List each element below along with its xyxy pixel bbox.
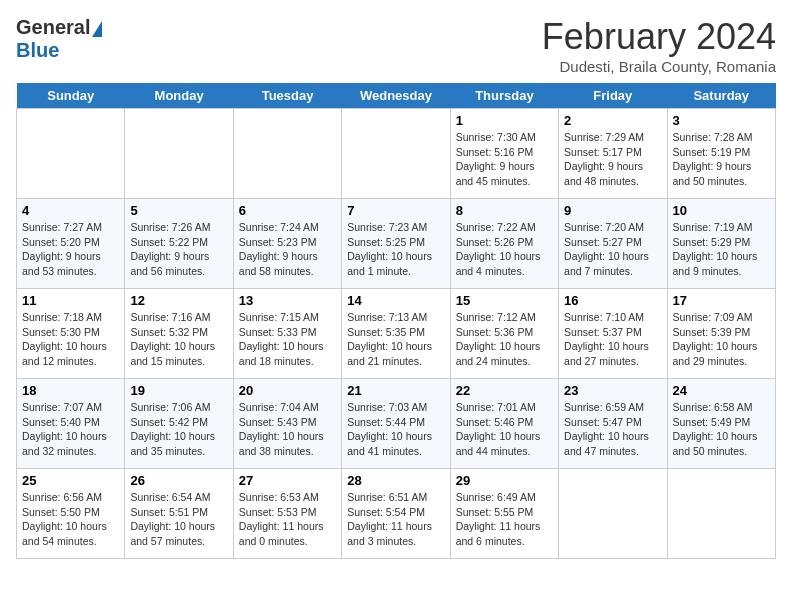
calendar-cell: 22Sunrise: 7:01 AM Sunset: 5:46 PM Dayli… xyxy=(450,379,558,469)
day-info: Sunrise: 6:56 AM Sunset: 5:50 PM Dayligh… xyxy=(22,490,119,549)
calendar-cell xyxy=(667,469,775,559)
day-header-wednesday: Wednesday xyxy=(342,83,450,109)
day-info: Sunrise: 7:23 AM Sunset: 5:25 PM Dayligh… xyxy=(347,220,444,279)
calendar-cell: 25Sunrise: 6:56 AM Sunset: 5:50 PM Dayli… xyxy=(17,469,125,559)
day-number: 20 xyxy=(239,383,336,398)
calendar-cell xyxy=(342,109,450,199)
day-header-sunday: Sunday xyxy=(17,83,125,109)
day-info: Sunrise: 7:22 AM Sunset: 5:26 PM Dayligh… xyxy=(456,220,553,279)
day-info: Sunrise: 7:20 AM Sunset: 5:27 PM Dayligh… xyxy=(564,220,661,279)
day-number: 25 xyxy=(22,473,119,488)
calendar-table: SundayMondayTuesdayWednesdayThursdayFrid… xyxy=(16,83,776,559)
day-info: Sunrise: 7:16 AM Sunset: 5:32 PM Dayligh… xyxy=(130,310,227,369)
day-number: 22 xyxy=(456,383,553,398)
calendar-cell xyxy=(233,109,341,199)
day-info: Sunrise: 7:13 AM Sunset: 5:35 PM Dayligh… xyxy=(347,310,444,369)
day-info: Sunrise: 7:19 AM Sunset: 5:29 PM Dayligh… xyxy=(673,220,770,279)
calendar-cell: 3Sunrise: 7:28 AM Sunset: 5:19 PM Daylig… xyxy=(667,109,775,199)
calendar-cell: 11Sunrise: 7:18 AM Sunset: 5:30 PM Dayli… xyxy=(17,289,125,379)
day-number: 11 xyxy=(22,293,119,308)
day-header-monday: Monday xyxy=(125,83,233,109)
week-row-5: 25Sunrise: 6:56 AM Sunset: 5:50 PM Dayli… xyxy=(17,469,776,559)
calendar-cell: 5Sunrise: 7:26 AM Sunset: 5:22 PM Daylig… xyxy=(125,199,233,289)
day-info: Sunrise: 7:12 AM Sunset: 5:36 PM Dayligh… xyxy=(456,310,553,369)
calendar-cell: 8Sunrise: 7:22 AM Sunset: 5:26 PM Daylig… xyxy=(450,199,558,289)
day-info: Sunrise: 6:58 AM Sunset: 5:49 PM Dayligh… xyxy=(673,400,770,459)
calendar-cell: 19Sunrise: 7:06 AM Sunset: 5:42 PM Dayli… xyxy=(125,379,233,469)
day-number: 14 xyxy=(347,293,444,308)
header-row: SundayMondayTuesdayWednesdayThursdayFrid… xyxy=(17,83,776,109)
calendar-cell xyxy=(17,109,125,199)
day-number: 19 xyxy=(130,383,227,398)
day-number: 13 xyxy=(239,293,336,308)
day-number: 1 xyxy=(456,113,553,128)
page-header: General Blue February 2024 Dudesti, Brai… xyxy=(16,16,776,75)
week-row-4: 18Sunrise: 7:07 AM Sunset: 5:40 PM Dayli… xyxy=(17,379,776,469)
day-info: Sunrise: 7:18 AM Sunset: 5:30 PM Dayligh… xyxy=(22,310,119,369)
day-number: 5 xyxy=(130,203,227,218)
logo-general-text: General xyxy=(16,16,90,39)
calendar-cell: 2Sunrise: 7:29 AM Sunset: 5:17 PM Daylig… xyxy=(559,109,667,199)
calendar-cell: 14Sunrise: 7:13 AM Sunset: 5:35 PM Dayli… xyxy=(342,289,450,379)
calendar-cell xyxy=(559,469,667,559)
day-number: 16 xyxy=(564,293,661,308)
day-number: 29 xyxy=(456,473,553,488)
day-info: Sunrise: 7:09 AM Sunset: 5:39 PM Dayligh… xyxy=(673,310,770,369)
calendar-cell: 16Sunrise: 7:10 AM Sunset: 5:37 PM Dayli… xyxy=(559,289,667,379)
day-info: Sunrise: 7:07 AM Sunset: 5:40 PM Dayligh… xyxy=(22,400,119,459)
day-info: Sunrise: 6:54 AM Sunset: 5:51 PM Dayligh… xyxy=(130,490,227,549)
day-number: 3 xyxy=(673,113,770,128)
day-number: 2 xyxy=(564,113,661,128)
day-info: Sunrise: 7:26 AM Sunset: 5:22 PM Dayligh… xyxy=(130,220,227,279)
logo-triangle-icon xyxy=(92,21,102,37)
logo: General Blue xyxy=(16,16,102,62)
day-info: Sunrise: 7:15 AM Sunset: 5:33 PM Dayligh… xyxy=(239,310,336,369)
day-info: Sunrise: 7:06 AM Sunset: 5:42 PM Dayligh… xyxy=(130,400,227,459)
day-header-thursday: Thursday xyxy=(450,83,558,109)
day-info: Sunrise: 6:49 AM Sunset: 5:55 PM Dayligh… xyxy=(456,490,553,549)
day-number: 21 xyxy=(347,383,444,398)
day-info: Sunrise: 7:04 AM Sunset: 5:43 PM Dayligh… xyxy=(239,400,336,459)
week-row-1: 1Sunrise: 7:30 AM Sunset: 5:16 PM Daylig… xyxy=(17,109,776,199)
calendar-cell: 7Sunrise: 7:23 AM Sunset: 5:25 PM Daylig… xyxy=(342,199,450,289)
calendar-cell: 18Sunrise: 7:07 AM Sunset: 5:40 PM Dayli… xyxy=(17,379,125,469)
calendar-cell: 20Sunrise: 7:04 AM Sunset: 5:43 PM Dayli… xyxy=(233,379,341,469)
day-number: 10 xyxy=(673,203,770,218)
week-row-2: 4Sunrise: 7:27 AM Sunset: 5:20 PM Daylig… xyxy=(17,199,776,289)
calendar-cell: 27Sunrise: 6:53 AM Sunset: 5:53 PM Dayli… xyxy=(233,469,341,559)
calendar-cell: 1Sunrise: 7:30 AM Sunset: 5:16 PM Daylig… xyxy=(450,109,558,199)
day-info: Sunrise: 7:29 AM Sunset: 5:17 PM Dayligh… xyxy=(564,130,661,189)
day-number: 7 xyxy=(347,203,444,218)
day-number: 17 xyxy=(673,293,770,308)
day-header-friday: Friday xyxy=(559,83,667,109)
calendar-cell: 4Sunrise: 7:27 AM Sunset: 5:20 PM Daylig… xyxy=(17,199,125,289)
calendar-cell: 26Sunrise: 6:54 AM Sunset: 5:51 PM Dayli… xyxy=(125,469,233,559)
day-info: Sunrise: 7:30 AM Sunset: 5:16 PM Dayligh… xyxy=(456,130,553,189)
day-info: Sunrise: 7:24 AM Sunset: 5:23 PM Dayligh… xyxy=(239,220,336,279)
day-number: 27 xyxy=(239,473,336,488)
title-section: February 2024 Dudesti, Braila County, Ro… xyxy=(542,16,776,75)
day-info: Sunrise: 7:27 AM Sunset: 5:20 PM Dayligh… xyxy=(22,220,119,279)
month-title: February 2024 xyxy=(542,16,776,58)
day-number: 12 xyxy=(130,293,227,308)
calendar-cell: 6Sunrise: 7:24 AM Sunset: 5:23 PM Daylig… xyxy=(233,199,341,289)
calendar-cell: 24Sunrise: 6:58 AM Sunset: 5:49 PM Dayli… xyxy=(667,379,775,469)
week-row-3: 11Sunrise: 7:18 AM Sunset: 5:30 PM Dayli… xyxy=(17,289,776,379)
day-info: Sunrise: 7:10 AM Sunset: 5:37 PM Dayligh… xyxy=(564,310,661,369)
calendar-cell: 21Sunrise: 7:03 AM Sunset: 5:44 PM Dayli… xyxy=(342,379,450,469)
day-number: 9 xyxy=(564,203,661,218)
day-info: Sunrise: 7:03 AM Sunset: 5:44 PM Dayligh… xyxy=(347,400,444,459)
day-number: 8 xyxy=(456,203,553,218)
day-number: 28 xyxy=(347,473,444,488)
day-number: 18 xyxy=(22,383,119,398)
calendar-cell xyxy=(125,109,233,199)
calendar-cell: 13Sunrise: 7:15 AM Sunset: 5:33 PM Dayli… xyxy=(233,289,341,379)
calendar-cell: 28Sunrise: 6:51 AM Sunset: 5:54 PM Dayli… xyxy=(342,469,450,559)
day-info: Sunrise: 6:53 AM Sunset: 5:53 PM Dayligh… xyxy=(239,490,336,549)
logo-blue-text: Blue xyxy=(16,39,59,62)
day-info: Sunrise: 7:01 AM Sunset: 5:46 PM Dayligh… xyxy=(456,400,553,459)
calendar-cell: 17Sunrise: 7:09 AM Sunset: 5:39 PM Dayli… xyxy=(667,289,775,379)
calendar-cell: 15Sunrise: 7:12 AM Sunset: 5:36 PM Dayli… xyxy=(450,289,558,379)
calendar-cell: 23Sunrise: 6:59 AM Sunset: 5:47 PM Dayli… xyxy=(559,379,667,469)
day-info: Sunrise: 6:59 AM Sunset: 5:47 PM Dayligh… xyxy=(564,400,661,459)
